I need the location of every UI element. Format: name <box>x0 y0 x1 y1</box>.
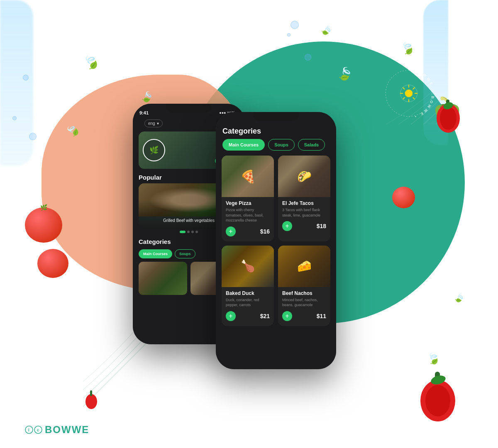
dot-3 <box>191 231 194 233</box>
duck-desc: Duck, coriander, red pepper, carrots <box>226 297 270 308</box>
dot-2 <box>187 231 190 233</box>
front-cat-salads[interactable]: Salads <box>298 139 325 151</box>
tacos-image: 🌮 <box>278 156 330 197</box>
svg-line-20 <box>413 97 415 99</box>
footer-brand-name: BOWWE <box>45 424 89 436</box>
back-cat-soups[interactable]: Soups <box>175 249 195 258</box>
front-food-card-tacos: 🌮 El Jefe Tacos 3 Tacos with beef flank … <box>278 156 330 241</box>
back-phone-notch <box>166 104 212 113</box>
nachos-body: Beef Nachos Minced beef, nachos, beans, … <box>278 287 330 326</box>
phones-container: 9:41 ●●● WiFi ■ eng ▾ 🌿 <box>133 91 374 415</box>
duck-body: Baked Duck Duck, coriander, red pepper, … <box>222 287 274 326</box>
leaf-7: 🍃 <box>425 351 442 366</box>
svg-line-18 <box>413 88 415 89</box>
duck-price: $21 <box>260 313 270 319</box>
front-cat-main-courses[interactable]: Main Courses <box>222 139 265 151</box>
svg-point-4 <box>85 394 97 409</box>
vege-pizza-desc: Pizza with cherry tomatoes, olives, basi… <box>226 207 270 223</box>
vege-pizza-footer: + $16 <box>226 226 270 238</box>
nachos-desc: Minced beef, nachos, beans, guacamole <box>282 297 326 308</box>
restaurant-logo-icon: 🌿 <box>149 146 159 155</box>
svg-line-17 <box>403 88 405 89</box>
language-selector[interactable]: eng ▾ <box>144 119 163 127</box>
bubble-5 <box>290 21 299 29</box>
duck-image: 🍗 <box>222 246 274 287</box>
pepper-top-right-svg <box>432 95 465 134</box>
leaf-8: 🍃 <box>453 291 467 304</box>
front-food-card-duck: 🍗 Baked Duck Duck, coriander, red pepper… <box>222 246 274 326</box>
front-categories-row: Main Courses Soups Salads <box>222 139 330 151</box>
vege-pizza-name: Vege Pizza <box>226 200 270 206</box>
vege-pizza-price: $16 <box>260 228 270 235</box>
phone-front: Categories Main Courses Soups Salads <box>216 112 336 369</box>
leaf-1: 🍃 <box>80 51 103 73</box>
tomato-right <box>392 187 415 208</box>
svg-point-12 <box>405 90 413 97</box>
duck-name: Baked Duck <box>226 290 270 296</box>
nachos-image: 🧀 <box>278 246 330 287</box>
front-cat-soups[interactable]: Soups <box>268 139 295 151</box>
tacos-price: $18 <box>317 223 326 229</box>
tacos-desc: 3 Tacos with beef flank steak, lime, gua… <box>282 207 326 218</box>
pepper-small-left <box>83 388 100 411</box>
water-splash-left <box>0 0 33 166</box>
front-food-card-vege-pizza: 🍕 Vege Pizza Pizza with cherry tomatoes,… <box>222 156 274 241</box>
chevron-down-icon: ▾ <box>157 121 159 126</box>
duck-footer: + $21 <box>226 311 270 323</box>
bubble-1 <box>23 75 29 80</box>
nachos-name: Beef Nachos <box>282 290 326 296</box>
lang-text: eng <box>148 121 155 126</box>
vege-pizza-body: Vege Pizza Pizza with cherry tomatoes, o… <box>222 197 274 241</box>
back-food-img-1 <box>139 262 187 295</box>
svg-text:• BOWWE • BOWWE •: • BOWWE • BOWWE • <box>409 67 435 119</box>
back-cat-main-courses[interactable]: Main Courses <box>139 249 172 258</box>
footer-logo: i c BOWWE <box>25 424 89 436</box>
front-phone-screen: Categories Main Courses Soups Salads <box>216 112 336 369</box>
svg-line-19 <box>403 97 405 99</box>
front-phone-notch <box>253 112 299 121</box>
svg-text:c: c <box>37 428 39 432</box>
bubble-4 <box>287 33 290 37</box>
bubble-2 <box>12 116 17 120</box>
bubble-7 <box>305 54 311 61</box>
tacos-add-button[interactable]: + <box>282 221 292 231</box>
leaf-6: 🍃 <box>319 22 334 38</box>
vege-pizza-add-button[interactable]: + <box>226 226 236 236</box>
svg-rect-5 <box>90 390 92 396</box>
duck-add-button[interactable]: + <box>226 311 236 321</box>
restaurant-logo: 🌿 <box>143 139 165 161</box>
tacos-footer: + $18 <box>282 221 326 233</box>
svg-point-7 <box>425 385 450 416</box>
vege-pizza-image: 🍕 <box>222 156 274 197</box>
front-food-grid: 🍕 Vege Pizza Pizza with cherry tomatoes,… <box>222 156 330 326</box>
tomato-medium <box>37 249 68 278</box>
svg-text:i: i <box>28 428 30 432</box>
dot-4 <box>195 231 198 233</box>
pepper-bottom-right <box>415 368 461 423</box>
tomato-large: 🌿 <box>25 207 62 243</box>
back-status-time: 9:41 <box>139 110 149 115</box>
bowwe-circle-logo: • BOWWE • BOWWE • <box>382 66 436 120</box>
front-food-card-nachos: 🧀 Beef Nachos Minced beef, nachos, beans… <box>278 246 330 326</box>
dot-1 <box>180 231 186 233</box>
nachos-price: $11 <box>317 313 326 319</box>
tacos-name: El Jefe Tacos <box>282 200 326 206</box>
footer-copyright-icons: i c <box>25 426 42 434</box>
nachos-add-button[interactable]: + <box>282 311 292 321</box>
bubble-3 <box>29 133 37 140</box>
svg-point-1 <box>440 107 456 130</box>
tacos-body: El Jefe Tacos 3 Tacos with beef flank st… <box>278 197 330 236</box>
nachos-footer: + $11 <box>282 311 326 323</box>
